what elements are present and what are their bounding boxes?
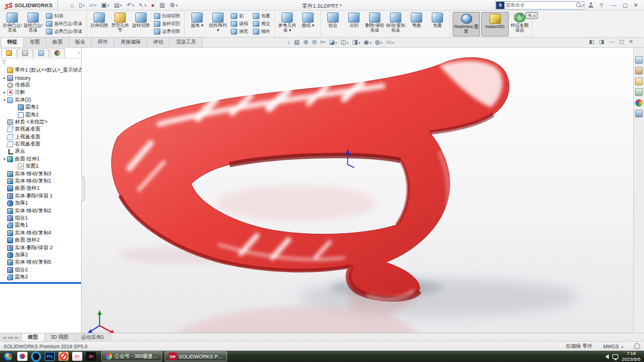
tree-item[interactable]: 实体-删除/保留 2: [0, 244, 81, 251]
close-button[interactable]: ✕: [631, 2, 640, 8]
select-cursor-button[interactable]: ↖▾: [525, 12, 538, 19]
edit-appearance-button[interactable]: ◉▾: [363, 38, 373, 47]
pane-tabs-more-icon[interactable]: ›: [78, 50, 80, 55]
app-screenshot-icon[interactable]: ✄: [72, 352, 82, 361]
network-icon[interactable]: [612, 354, 618, 359]
tab-feature-manager[interactable]: [1, 48, 17, 57]
app-blocked-icon[interactable]: [58, 352, 69, 361]
design-library-icon[interactable]: [635, 67, 643, 75]
tree-item[interactable]: 实体-移动/复制1: [0, 178, 81, 185]
tree-filter-row[interactable]: ▽: [0, 58, 81, 66]
expander-icon[interactable]: ▾: [2, 98, 7, 103]
swept-boss-base-button[interactable]: 扫描: [45, 13, 83, 20]
save-button[interactable]: ▣▾: [99, 2, 110, 9]
search-icon[interactable]: [575, 2, 582, 9]
tree-item[interactable]: 实体-移动/复制2: [0, 207, 81, 214]
flex-button[interactable]: 弯曲: [406, 11, 427, 37]
reference-geometry-button[interactable]: 参考几何体 ▾: [277, 11, 298, 37]
tree-item[interactable]: 实体-移动/复制4: [0, 230, 81, 237]
tree-item[interactable]: 实体-删除/保留 1: [0, 193, 81, 200]
view-settings-button[interactable]: ▭▾: [385, 38, 395, 47]
window-solidworks-button[interactable]: SWSOLIDWORKS P…: [165, 351, 227, 361]
zoom-in-out-button[interactable]: ⊕: [302, 38, 309, 47]
tab-直接编辑[interactable]: 直接编辑: [114, 37, 147, 47]
lofted-boss-base-button[interactable]: 放样凸台/基体: [45, 20, 83, 27]
lofted-cut-button[interactable]: 放样切割: [153, 20, 181, 27]
tree-item[interactable]: 零件1 (默认<<默认>_显示状态 1>): [0, 67, 81, 74]
filter-off-icon[interactable]: ▽: [507, 13, 511, 18]
tab-曲面[interactable]: 曲面: [46, 37, 69, 47]
rebuild-button[interactable]: ●: [149, 2, 156, 9]
curves-button[interactable]: 曲线 ▾: [298, 11, 318, 37]
search-input[interactable]: [506, 2, 575, 8]
expander-icon[interactable]: ▾: [2, 157, 7, 162]
section-view-button[interactable]: ✄: [319, 38, 326, 47]
display-style-button[interactable]: ◫▾: [339, 38, 349, 47]
mirror-button[interactable]: 镜向: [252, 28, 271, 35]
boundary-boss-base-button[interactable]: 边界凸台/基体: [45, 28, 83, 35]
split-button[interactable]: 分割: [343, 11, 364, 37]
tree-item[interactable]: 传感器: [0, 82, 81, 89]
tab-nav-icon[interactable]: ▶: [11, 335, 14, 339]
tree-item[interactable]: 右视基准面: [0, 141, 81, 148]
combine-button[interactable]: 组合: [323, 11, 343, 37]
tree-item[interactable]: 加厚2: [0, 252, 81, 259]
linear-pattern-button[interactable]: 线性阵列 ▾: [208, 11, 228, 37]
undo-button[interactable]: ↶▾: [125, 2, 135, 9]
appearances-scenes-icon[interactable]: [635, 99, 643, 107]
search-caret-icon[interactable]: ▾: [582, 3, 584, 7]
view-palette-icon[interactable]: [635, 88, 643, 96]
wrap-body-button[interactable]: 包覆: [427, 11, 448, 37]
doc-restore-button[interactable]: ▢: [619, 39, 624, 45]
swept-cut-button[interactable]: 扫描切除: [153, 13, 181, 20]
view-orientation-button[interactable]: ◪▾: [328, 38, 338, 47]
tree-item[interactable]: 圆角1: [0, 104, 81, 111]
tree-item[interactable]: 草图1: [0, 163, 81, 170]
file-explorer-icon[interactable]: [635, 78, 643, 85]
restore-button[interactable]: ▢: [620, 2, 630, 8]
tree-item[interactable]: 上视基准面: [0, 134, 81, 141]
tab-特征[interactable]: 特征: [1, 37, 24, 47]
taskbar-clock[interactable]: 7:18 2023/5/5: [622, 351, 640, 361]
tree-item[interactable]: 圆角2: [0, 111, 81, 118]
draft-button[interactable]: 拔模: [230, 20, 249, 27]
extruded-boss-base-button[interactable]: 拉伸凸台/基体: [2, 11, 23, 37]
pane-right-button[interactable]: ◨: [599, 39, 604, 45]
hole-wizard-button[interactable]: 异型孔向导: [110, 11, 131, 37]
minimize-button[interactable]: —: [609, 2, 619, 8]
custom-properties-icon[interactable]: [635, 110, 643, 117]
tree-item[interactable]: ▾实体(2): [0, 97, 81, 104]
tree-item[interactable]: 材质 <未指定>: [0, 119, 81, 126]
help-button[interactable]: ?: [597, 2, 605, 8]
tab-焊件[interactable]: 焊件: [91, 37, 114, 47]
realview-graphics-button[interactable]: RealView 图形: [453, 12, 480, 36]
doc-tab-motion-study[interactable]: 运动算例1: [75, 333, 111, 341]
wrap-button[interactable]: 包覆: [252, 13, 271, 20]
tree-item[interactable]: 圆角2: [0, 274, 81, 281]
tree-item[interactable]: 组合1: [0, 215, 81, 222]
shell-button[interactable]: 抽壳: [230, 28, 249, 35]
tab-评估[interactable]: 评估: [147, 37, 170, 47]
open-document-button[interactable]: ▱▾: [88, 2, 98, 9]
print-button[interactable]: ▤▾: [112, 2, 123, 9]
doc-tab-3d-views[interactable]: 3D 视图: [45, 333, 75, 341]
graphics-viewport[interactable]: [82, 48, 633, 333]
tree-filter-icon[interactable]: ▽: [2, 59, 6, 65]
tree-item[interactable]: 加厚1: [0, 200, 81, 207]
apply-scene-button[interactable]: ◍▾: [374, 38, 384, 47]
move-copy-body-button[interactable]: 移动/复制实体: [385, 11, 406, 37]
intersect-button[interactable]: 相交: [252, 20, 271, 27]
user-account-icon[interactable]: [588, 2, 594, 8]
tree-item[interactable]: ▸注解: [0, 89, 81, 96]
file-properties-button[interactable]: ▥: [157, 2, 166, 9]
extruded-cut-button[interactable]: 拉伸切除: [89, 11, 110, 37]
volume-icon[interactable]: [605, 354, 609, 359]
doc-minimize-button[interactable]: —: [609, 39, 614, 45]
zoom-to-area-button[interactable]: ▧: [293, 38, 301, 47]
tree-item[interactable]: 曲面-放样1: [0, 185, 81, 192]
tab-display-manager[interactable]: [49, 48, 65, 57]
boundary-cut-button[interactable]: 边界切除: [153, 28, 181, 35]
tab-nav-icon[interactable]: ◀: [7, 335, 10, 339]
tree-item[interactable]: ▾曲面-拉伸1: [0, 156, 81, 163]
start-button[interactable]: [4, 352, 13, 361]
